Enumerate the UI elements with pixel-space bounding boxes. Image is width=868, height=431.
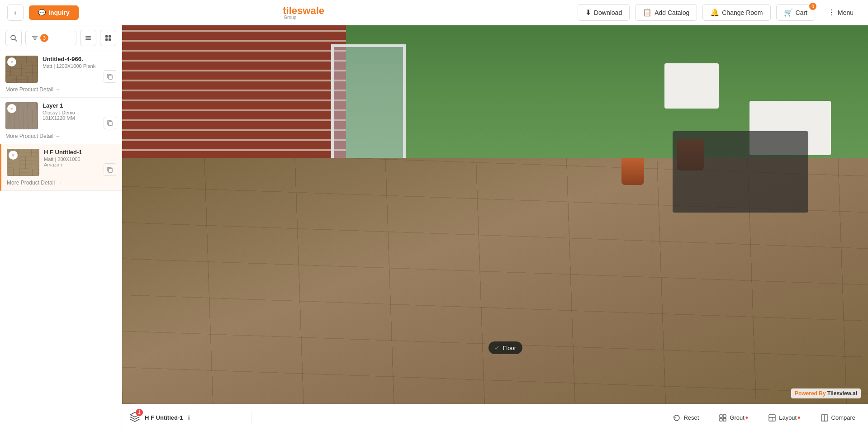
inquiry-label: Inquiry xyxy=(48,9,70,16)
bottom-bar: 1 H F Untitled-1 ℹ Reset xyxy=(122,404,868,431)
product-thumb-1: ♥ xyxy=(5,56,38,83)
menu-button[interactable]: ⋮ Menu xyxy=(821,5,861,20)
product-thumb-2: ♥ xyxy=(5,102,38,129)
cart-icon: 🛒 xyxy=(784,8,793,17)
svg-rect-9 xyxy=(109,35,111,38)
layout-indicator: • xyxy=(797,414,800,422)
svg-rect-5 xyxy=(85,36,91,37)
copy-button-1[interactable] xyxy=(104,70,116,83)
svg-line-1 xyxy=(15,39,17,41)
download-button[interactable]: ⬇ Download xyxy=(578,4,630,21)
grout-icon xyxy=(719,414,727,422)
sidebar-toolbar: 3 xyxy=(0,25,122,51)
favorite-icon-1[interactable]: ♥ xyxy=(7,57,16,66)
layout-label: Layout xyxy=(779,414,797,421)
info-icon[interactable]: ℹ xyxy=(188,414,190,422)
product-meta-3: Matt | 200X1000 Amazon xyxy=(44,156,99,167)
more-detail-label-3: More Product Detail xyxy=(7,180,55,186)
svg-rect-15 xyxy=(720,415,722,417)
product-list: ♥ Untitled-4-966. Matt | 1200X1000 Plank xyxy=(0,51,122,431)
main-layout: 3 xyxy=(0,25,868,431)
room-icon: 🔔 xyxy=(710,8,719,17)
product-card-top-3: ♥ H F Untitled-1 Matt | 200X1000 Amazon xyxy=(7,149,116,176)
grid-view-icon xyxy=(104,34,112,42)
floor-check-icon: ✓ xyxy=(494,344,500,351)
svg-rect-8 xyxy=(105,35,108,38)
layout-button[interactable]: Layout • xyxy=(763,411,806,425)
reset-label: Reset xyxy=(683,414,699,421)
svg-rect-17 xyxy=(720,418,722,421)
svg-rect-11 xyxy=(109,38,111,41)
filter-count-badge: 3 xyxy=(40,34,48,42)
change-room-button[interactable]: 🔔 Change Room xyxy=(702,4,770,21)
bottom-actions: Reset Grout • xyxy=(259,411,861,425)
inquiry-button[interactable]: 💬 Inquiry xyxy=(29,5,79,20)
more-detail-link-1[interactable]: More Product Detail → xyxy=(5,86,116,93)
product-info-2: Layer 1 Glossy | Demo 181X1220 MM xyxy=(43,102,99,121)
download-label: Download xyxy=(594,9,622,16)
product-meta-2: Glossy | Demo 181X1220 MM xyxy=(43,110,99,121)
back-button[interactable]: ‹ xyxy=(7,5,24,21)
garden-bed xyxy=(673,131,808,213)
view-list-button[interactable] xyxy=(80,30,96,46)
filter-icon xyxy=(31,34,38,42)
copy-icon-3 xyxy=(106,166,114,173)
copy-button-2[interactable] xyxy=(104,117,116,129)
change-room-label: Change Room xyxy=(722,9,763,16)
product-name-1: Untitled-4-966. xyxy=(43,56,99,62)
svg-rect-6 xyxy=(85,38,91,38)
search-button[interactable] xyxy=(5,30,22,46)
product-card-3[interactable]: ♥ H F Untitled-1 Matt | 200X1000 Amazon xyxy=(0,144,122,191)
copy-icon-2 xyxy=(106,119,114,127)
menu-dots-icon: ⋮ xyxy=(828,8,835,17)
product-meta-1: Matt | 1200X1000 Plank xyxy=(43,63,99,69)
layers-button[interactable]: 1 xyxy=(129,412,140,424)
bottom-product-name: H F Untitled-1 xyxy=(145,414,183,421)
powered-by-text: Powered By xyxy=(795,390,827,397)
product-card-top-2: ♥ Layer 1 Glossy | Demo 181X1220 MM xyxy=(5,102,116,129)
compare-button[interactable]: Compare xyxy=(815,411,861,425)
reset-icon xyxy=(673,414,681,422)
search-icon xyxy=(10,34,17,42)
add-catalog-label: Add Catalog xyxy=(655,9,689,16)
more-detail-link-3[interactable]: More Product Detail → xyxy=(7,180,116,186)
layers-badge: 1 xyxy=(136,409,143,416)
add-catalog-button[interactable]: 📋 Add Catalog xyxy=(635,4,697,21)
svg-rect-14 xyxy=(109,168,112,172)
view-grid-button[interactable] xyxy=(100,30,116,46)
favorite-icon-2[interactable]: ♥ xyxy=(7,104,16,113)
more-detail-link-2[interactable]: More Product Detail → xyxy=(5,133,116,139)
arrow-icon-3: → xyxy=(57,180,62,186)
floor-label: Floor xyxy=(503,345,516,351)
menu-label: Menu xyxy=(838,9,854,16)
favorite-icon-3[interactable]: ♥ xyxy=(9,151,18,160)
powered-by-brand: Tilesview.ai xyxy=(827,390,857,397)
reset-button[interactable]: Reset xyxy=(667,411,704,425)
main-content: ✓ Floor Powered By Tilesview.ai 1 H xyxy=(122,25,868,431)
product-info-1: Untitled-4-966. Matt | 1200X1000 Plank xyxy=(43,56,99,69)
product-name-3: H F Untitled-1 xyxy=(44,149,99,156)
svg-rect-16 xyxy=(723,415,726,417)
powered-by: Powered By Tilesview.ai xyxy=(791,388,861,398)
product-card-2[interactable]: ♥ Layer 1 Glossy | Demo 181X1220 MM M xyxy=(0,98,122,144)
cart-button[interactable]: 🛒 Cart 0 xyxy=(776,4,815,21)
cart-badge: 0 xyxy=(809,3,816,10)
grout-indicator: • xyxy=(745,414,748,422)
grout-button[interactable]: Grout • xyxy=(713,411,754,425)
logo-area: tileswale Group xyxy=(283,5,373,20)
copy-button-3[interactable] xyxy=(104,163,116,176)
svg-rect-18 xyxy=(723,418,726,421)
svg-rect-7 xyxy=(85,39,91,40)
product-info-3: H F Untitled-1 Matt | 200X1000 Amazon xyxy=(44,149,99,167)
svg-rect-12 xyxy=(109,75,112,79)
svg-rect-13 xyxy=(109,122,112,126)
floor-badge[interactable]: ✓ Floor xyxy=(488,341,522,354)
catalog-icon: 📋 xyxy=(643,8,652,17)
bottom-left: 1 H F Untitled-1 ℹ xyxy=(129,412,251,424)
orange-pot-1 xyxy=(621,158,644,185)
top-navbar: ‹ 💬 Inquiry tileswale Group ⬇ Download 📋… xyxy=(0,0,868,25)
svg-rect-10 xyxy=(105,38,108,41)
filter-button[interactable]: 3 xyxy=(25,31,76,45)
product-card-1[interactable]: ♥ Untitled-4-966. Matt | 1200X1000 Plank xyxy=(0,51,122,98)
layout-icon xyxy=(768,414,776,422)
